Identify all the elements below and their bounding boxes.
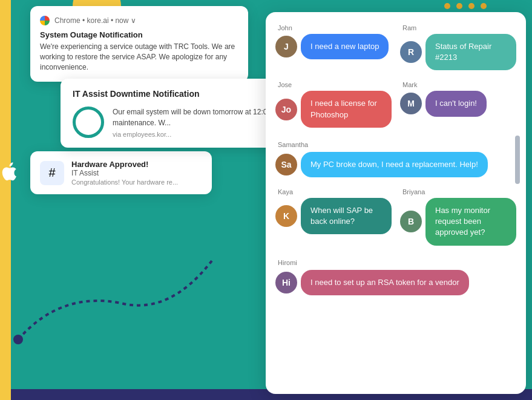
chrome-notification-body: We're experiencing a service outage with…	[40, 42, 238, 72]
bubble-kaya: When will SAP be back online?	[301, 198, 392, 234]
it-downtime-title: IT Assist Downtime Notification	[73, 89, 200, 99]
svg-point-0	[444, 3, 450, 9]
chat-name-briyana: Briyana	[402, 188, 516, 195]
apple-icon	[0, 162, 17, 185]
hardware-approved-body: Congratulations! Your hardware re...	[71, 179, 178, 186]
bubble-samantha: My PC broke down, I need a replacement. …	[301, 152, 488, 177]
avatar-row-samantha: Sa My PC broke down, I need a replacemen…	[275, 152, 516, 177]
slack-icon-box: #	[40, 161, 64, 185]
chat-panel[interactable]: John J I need a new laptop Ram R Status …	[266, 12, 526, 394]
dotted-path	[12, 243, 218, 352]
avatar-ram: R	[400, 41, 422, 63]
teal-circle-icon	[73, 107, 104, 138]
hardware-approved-title: Hardware Approved!	[71, 160, 178, 169]
avatar-briyana: B	[400, 211, 422, 232]
svg-point-19	[13, 335, 23, 344]
avatar-row-mark: M I can't login!	[400, 91, 516, 116]
slack-icon: #	[48, 166, 55, 180]
avatar-row-john: J I need a new laptop	[275, 34, 392, 59]
chat-half-kaya: Kaya K When will SAP be back online?	[275, 188, 392, 246]
svg-point-3	[481, 3, 487, 9]
hardware-approved-card: # Hardware Approved! IT Assist Congratul…	[30, 151, 212, 194]
avatar-mark: M	[400, 93, 422, 114]
avatar-row-ram: R Status of Repair #2213	[400, 34, 516, 70]
chrome-icon	[40, 16, 50, 25]
chat-name-jose: Jose	[278, 81, 392, 88]
chrome-notification: Chrome • kore.ai • now ∨ System Outage N…	[30, 6, 248, 82]
chat-half-ram: Ram R Status of Repair #2213	[400, 24, 516, 70]
chat-pair-1: John J I need a new laptop Ram R Status …	[275, 24, 516, 70]
chat-half-mark: Mark M I can't login!	[400, 81, 516, 127]
chat-row-samantha: Samantha Sa My PC broke down, I need a r…	[275, 139, 516, 177]
avatar-row-briyana: B Has my monitor request been approved y…	[400, 198, 516, 246]
chat-row-hiromi: Hiromi Hi I need to set up an RSA token …	[275, 257, 516, 295]
chat-half-briyana: Briyana B Has my monitor request been ap…	[400, 188, 516, 246]
hardware-approved-sub: IT Assist	[71, 169, 178, 177]
bubble-briyana: Has my monitor request been approved yet…	[425, 198, 516, 246]
avatar-john: J	[275, 36, 297, 57]
right-scrollbar[interactable]	[515, 136, 520, 184]
chat-name-kaya: Kaya	[278, 188, 392, 195]
avatar-kaya: K	[275, 205, 297, 227]
chrome-meta: Chrome • kore.ai • now ∨	[54, 16, 136, 25]
svg-point-2	[468, 3, 475, 9]
chat-half-john: John J I need a new laptop	[275, 24, 392, 70]
chat-name-samantha: Samantha	[278, 141, 308, 148]
chrome-notification-title: System Outage Notification	[40, 30, 238, 39]
bubble-john: I need a new laptop	[301, 34, 389, 59]
avatar-hiromi: Hi	[275, 272, 297, 293]
svg-point-1	[456, 3, 462, 9]
chrome-notification-header: Chrome • kore.ai • now ∨	[40, 16, 238, 25]
chat-pair-4: Kaya K When will SAP be back online? Bri…	[275, 188, 516, 246]
bubble-ram: Status of Repair #2213	[425, 34, 516, 70]
bubble-mark: I can't login!	[425, 91, 487, 116]
chat-name-ram: Ram	[402, 24, 516, 31]
chat-name-john: John	[278, 24, 392, 31]
avatar-row-kaya: K When will SAP be back online?	[275, 198, 392, 234]
bubble-jose: I need a license for Photoshop	[301, 91, 392, 127]
avatar-row-hiromi: Hi I need to set up an RSA token for a v…	[275, 270, 516, 295]
avatar-row-jose: Jo I need a license for Photoshop	[275, 91, 392, 127]
avatar-jose: Jo	[275, 99, 297, 120]
bubble-hiromi: I need to set up an RSA token for a vend…	[301, 270, 469, 295]
hardware-approved-text: Hardware Approved! IT Assist Congratulat…	[71, 160, 178, 186]
chat-name-hiromi: Hiromi	[278, 259, 297, 266]
chat-name-mark: Mark	[402, 81, 516, 88]
avatar-samantha: Sa	[275, 154, 297, 175]
chat-half-jose: Jose Jo I need a license for Photoshop	[275, 81, 392, 127]
chat-pair-2: Jose Jo I need a license for Photoshop M…	[275, 81, 516, 127]
left-bar	[0, 0, 11, 400]
